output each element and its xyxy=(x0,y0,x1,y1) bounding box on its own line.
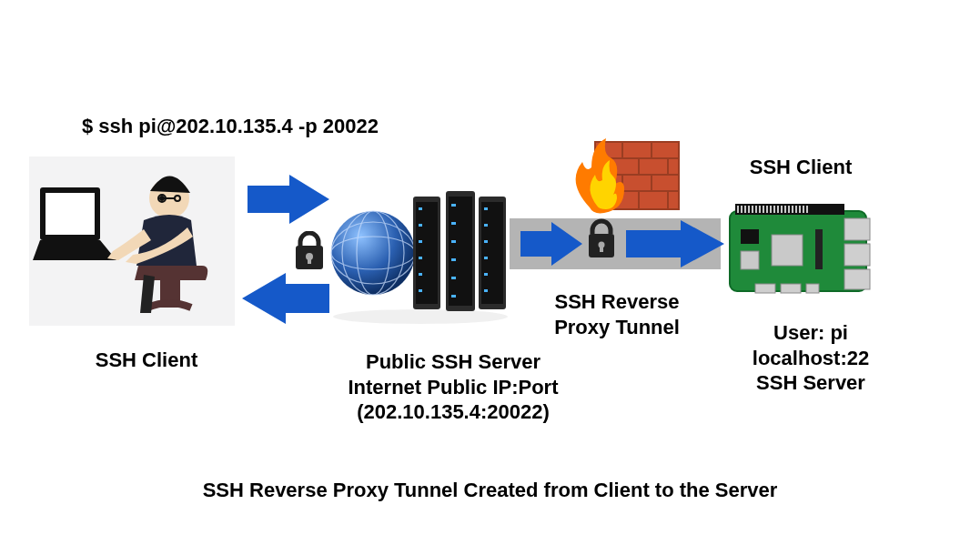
svg-rect-86 xyxy=(806,206,808,213)
svg-rect-41 xyxy=(484,240,488,243)
svg-rect-84 xyxy=(799,206,801,213)
svg-rect-32 xyxy=(451,222,456,225)
svg-rect-70 xyxy=(748,206,750,213)
svg-rect-73 xyxy=(759,206,761,213)
svg-rect-34 xyxy=(451,258,456,261)
svg-rect-36 xyxy=(451,295,456,298)
svg-rect-85 xyxy=(803,206,804,213)
svg-rect-28 xyxy=(419,289,422,292)
tunnel-label-line1: SSH Reverse xyxy=(535,289,699,315)
arrow-right-tunnel-right-icon xyxy=(626,220,724,267)
svg-rect-94 xyxy=(781,284,801,293)
svg-rect-83 xyxy=(795,206,797,213)
public-ssh-server-line3: (202.10.135.4:20022) xyxy=(335,399,571,425)
firewall-icon xyxy=(570,136,682,215)
svg-rect-67 xyxy=(737,206,739,213)
public-ssh-server-label: Public SSH Server Internet Public IP:Por… xyxy=(335,349,571,425)
public-ssh-server-line1: Public SSH Server xyxy=(335,349,571,375)
svg-rect-23 xyxy=(419,207,422,210)
tunnel-label-line2: Proxy Tunnel xyxy=(535,315,699,340)
svg-rect-30 xyxy=(449,197,472,306)
svg-rect-25 xyxy=(419,240,422,243)
svg-rect-74 xyxy=(763,206,764,213)
svg-rect-87 xyxy=(844,218,870,240)
ssh-client-left-label: SSH Client xyxy=(78,348,215,373)
svg-rect-78 xyxy=(777,206,779,213)
svg-rect-92 xyxy=(741,251,759,269)
svg-rect-96 xyxy=(815,229,823,269)
svg-rect-75 xyxy=(766,206,768,213)
svg-marker-49 xyxy=(626,220,724,267)
raspberry-pi-label: User: pi localhost:22 SSH Server xyxy=(733,320,888,396)
svg-rect-27 xyxy=(419,273,422,276)
arrow-right-tunnel-left-icon xyxy=(520,222,582,266)
svg-rect-22 xyxy=(416,202,438,304)
svg-rect-90 xyxy=(772,235,803,266)
svg-rect-39 xyxy=(484,207,488,210)
svg-rect-93 xyxy=(755,284,775,293)
svg-marker-11 xyxy=(242,273,329,324)
lock-icon xyxy=(293,231,326,271)
svg-rect-3 xyxy=(45,193,95,235)
svg-rect-44 xyxy=(484,289,488,292)
svg-point-20 xyxy=(333,309,508,324)
svg-rect-14 xyxy=(308,257,311,264)
svg-rect-69 xyxy=(744,206,746,213)
svg-rect-24 xyxy=(419,224,422,227)
svg-rect-35 xyxy=(451,277,456,279)
ssh-reverse-proxy-tunnel-label: SSH Reverse Proxy Tunnel xyxy=(535,289,699,339)
ssh-command-text: $ ssh pi@202.10.135.4 -p 20022 xyxy=(82,115,379,138)
svg-rect-71 xyxy=(752,206,753,213)
svg-rect-31 xyxy=(451,204,456,207)
arrow-left-server-to-client-icon xyxy=(242,273,329,324)
diagram-caption: SSH Reverse Proxy Tunnel Created from Cl… xyxy=(0,479,980,502)
svg-rect-79 xyxy=(781,206,783,213)
svg-rect-48 xyxy=(600,245,603,252)
user-at-laptop-icon xyxy=(27,155,237,328)
globe-and-servers-icon xyxy=(329,180,511,326)
svg-rect-91 xyxy=(741,229,759,244)
svg-rect-33 xyxy=(451,240,456,243)
tunnel-lock-icon xyxy=(586,218,617,260)
svg-rect-82 xyxy=(792,206,793,213)
svg-rect-42 xyxy=(484,257,488,259)
svg-rect-68 xyxy=(741,206,743,213)
svg-rect-38 xyxy=(481,202,503,304)
diagram-stage: $ ssh pi@202.10.135.4 -p 20022 xyxy=(0,0,980,555)
svg-rect-81 xyxy=(788,206,790,213)
pi-label-line2: localhost:22 xyxy=(733,346,888,371)
pi-label-line3: SSH Server xyxy=(733,370,888,396)
svg-rect-72 xyxy=(755,206,757,213)
public-ssh-server-line2: Internet Public IP:Port xyxy=(335,375,571,400)
arrow-right-client-to-server-icon xyxy=(248,175,329,224)
svg-rect-95 xyxy=(806,284,819,293)
svg-rect-40 xyxy=(484,224,488,227)
svg-rect-76 xyxy=(770,206,772,213)
ssh-client-right-label: SSH Client xyxy=(719,155,883,180)
svg-rect-80 xyxy=(784,206,786,213)
raspberry-pi-board-icon xyxy=(728,202,872,297)
svg-rect-43 xyxy=(484,273,488,276)
svg-marker-45 xyxy=(520,222,582,266)
pi-label-line1: User: pi xyxy=(733,320,888,346)
svg-rect-26 xyxy=(419,257,422,259)
svg-point-15 xyxy=(331,211,415,295)
svg-rect-77 xyxy=(773,206,775,213)
svg-marker-10 xyxy=(248,175,329,224)
svg-rect-89 xyxy=(844,269,870,289)
svg-rect-88 xyxy=(844,244,870,266)
